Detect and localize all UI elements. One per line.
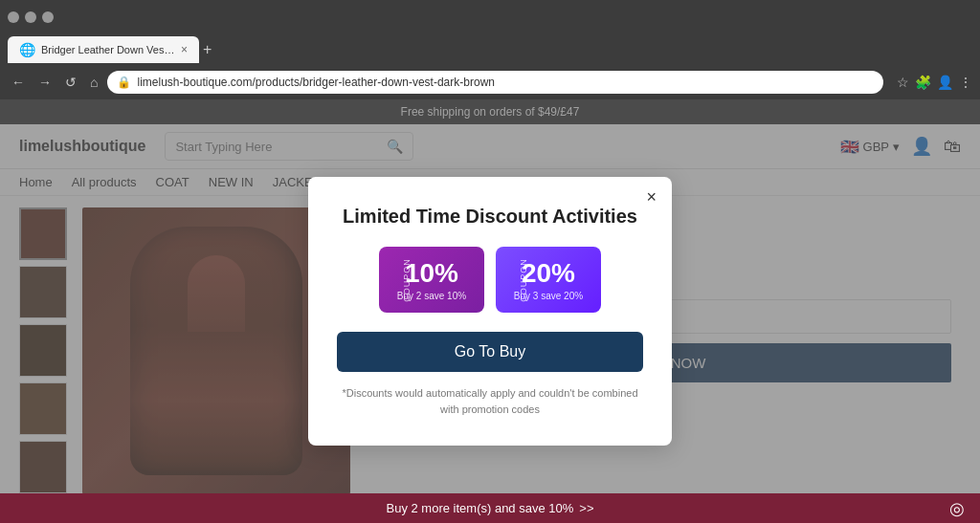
coupon-10-percent: COUPON 10% Buy 2 save 10% — [379, 247, 484, 313]
tab-title: Bridger Leather Down Vest | E... — [41, 44, 175, 55]
tab-favicon: 🌐 — [19, 42, 35, 57]
modal-close-button[interactable]: × — [646, 188, 657, 206]
menu-icon[interactable]: ⋮ — [959, 75, 972, 90]
traffic-lights — [8, 11, 54, 23]
go-to-buy-button[interactable]: Go To Buy — [337, 332, 643, 372]
bottom-bar: Buy 2 more item(s) and save 10% >> ◎ — [0, 493, 980, 523]
coupons-row: COUPON 10% Buy 2 save 10% COUPON 20% Buy… — [337, 247, 643, 313]
coupon-1-percent: 10% — [405, 258, 458, 289]
modal-disclaimer: *Discounts would automatically apply and… — [337, 385, 643, 417]
coupon-1-label: COUPON — [402, 258, 412, 302]
new-tab-button[interactable]: + — [203, 41, 212, 58]
profile-icon[interactable]: 👤 — [937, 75, 953, 90]
active-tab[interactable]: 🌐 Bridger Leather Down Vest | E... × — [8, 36, 199, 63]
close-traffic-light[interactable] — [8, 11, 19, 23]
star-icon[interactable]: ☆ — [897, 75, 909, 90]
maximize-traffic-light[interactable] — [42, 11, 54, 23]
bottom-bar-arrow: >> — [579, 501, 593, 515]
bottom-bar-help-icon[interactable]: ◎ — [949, 498, 965, 519]
coupon-2-percent: 20% — [522, 258, 575, 289]
discount-modal: × Limited Time Discount Activities COUPO… — [308, 177, 672, 446]
home-button[interactable]: ⌂ — [86, 71, 101, 94]
bottom-bar-text: Buy 2 more item(s) and save 10% — [387, 501, 574, 515]
url-text: limelush-boutique.com/products/bridger-l… — [137, 76, 874, 89]
forward-button[interactable]: → — [34, 71, 56, 94]
browser-nav: ← → ↺ ⌂ 🔒 limelush-boutique.com/products… — [0, 65, 980, 99]
browser-tabs: 🌐 Bridger Leather Down Vest | E... × + — [0, 34, 980, 65]
extensions-icon[interactable]: 🧩 — [915, 75, 931, 90]
coupon-2-label: COUPON — [519, 258, 528, 302]
refresh-button[interactable]: ↺ — [61, 71, 80, 94]
modal-title: Limited Time Discount Activities — [337, 206, 643, 228]
browser-chrome — [0, 0, 980, 34]
coupon-20-percent: COUPON 20% Buy 3 save 20% — [496, 247, 601, 313]
address-bar[interactable]: 🔒 limelush-boutique.com/products/bridger… — [107, 71, 883, 94]
browser-toolbar-icons: ☆ 🧩 👤 ⋮ — [897, 75, 972, 90]
minimize-traffic-light[interactable] — [25, 11, 36, 23]
tab-close-button[interactable]: × — [181, 43, 188, 56]
modal-backdrop: × Limited Time Discount Activities COUPO… — [0, 99, 980, 523]
back-button[interactable]: ← — [8, 71, 29, 94]
